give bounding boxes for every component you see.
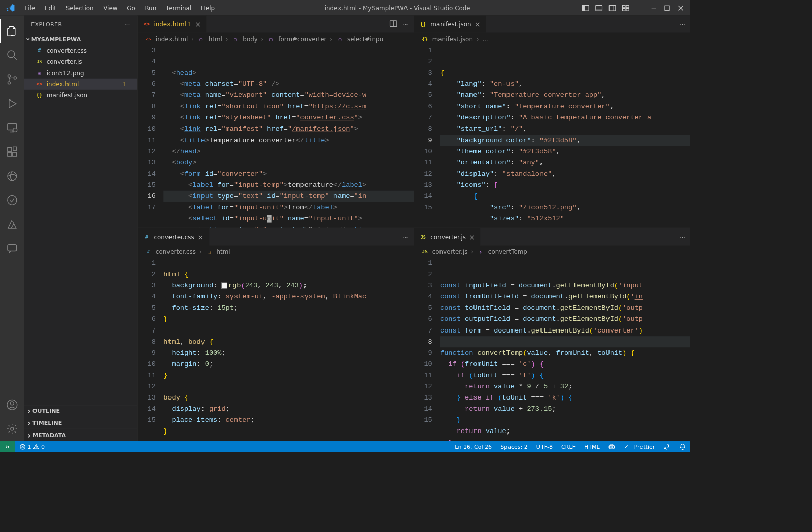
activity-source-control-icon[interactable] (0, 68, 24, 92)
tab-converter-js[interactable]: JS converter.js × (414, 228, 481, 246)
symbol-icon: ⬨ (477, 248, 485, 255)
activity-edge-icon[interactable] (0, 164, 24, 188)
svg-rect-25 (8, 152, 12, 156)
breadcrumb[interactable]: {}manifest.json›... (414, 33, 690, 45)
notifications-icon[interactable] (674, 443, 690, 450)
menu-bar: File Edit Selection View Go Run Terminal… (21, 2, 219, 14)
svg-rect-3 (596, 5, 602, 11)
menu-terminal[interactable]: Terminal (161, 2, 195, 14)
activity-extensions-icon[interactable] (0, 140, 24, 164)
file-item-js[interactable]: JSconverter.js (24, 56, 138, 68)
metadata-panel-header[interactable]: METADATA (24, 429, 138, 441)
layout-sidebar-left-icon[interactable] (582, 4, 589, 11)
more-actions-icon[interactable]: ··· (680, 234, 685, 240)
window-maximize-icon[interactable] (663, 4, 670, 11)
menu-file[interactable]: File (21, 2, 40, 14)
file-item-png[interactable]: ▣icon512.png (24, 68, 138, 79)
svg-rect-26 (13, 152, 17, 156)
activity-settings-icon[interactable] (0, 417, 24, 441)
svg-point-23 (13, 128, 17, 132)
explorer-more-icon[interactable]: ··· (124, 21, 130, 27)
more-actions-icon[interactable]: ··· (403, 234, 409, 240)
editor-pane-1: <> index.html 1 × ··· <>index.html› ▢htm… (137, 16, 414, 228)
tab-bar: # converter.css × ··· (138, 228, 414, 246)
feedback-icon[interactable] (659, 443, 675, 450)
remote-indicator[interactable] (0, 441, 15, 452)
chevron-down-icon (27, 35, 30, 43)
eol-status[interactable]: CRLF (557, 443, 580, 450)
tab-index-html[interactable]: <> index.html 1 × (138, 16, 207, 33)
code-editor[interactable]: 123456789101112131415 const inputField =… (414, 257, 690, 441)
tab-bar: JS converter.js × ··· (414, 228, 690, 246)
symbol-icon: ▢ (231, 35, 239, 43)
svg-point-32 (10, 402, 14, 405)
svg-line-16 (14, 57, 17, 60)
language-status[interactable]: HTML (580, 443, 604, 450)
close-tab-icon[interactable]: × (475, 20, 480, 28)
file-item-html[interactable]: <>index.html1 (24, 79, 138, 90)
activity-azure-icon[interactable] (0, 212, 24, 237)
css-file-icon: # (143, 233, 150, 241)
activity-testing-icon[interactable] (0, 188, 24, 213)
file-item-css[interactable]: #converter.css (24, 45, 138, 56)
menu-selection[interactable]: Selection (61, 2, 98, 14)
code-editor[interactable]: 123456789101112131415 { "lang": "en-us",… (414, 45, 690, 227)
svg-point-29 (8, 195, 17, 205)
breadcrumb[interactable]: JSconverter.js› ⬨convertTemp (414, 246, 690, 258)
cursor-position-status[interactable]: Ln 16, Col 26 (451, 443, 496, 450)
menu-help[interactable]: Help (196, 2, 219, 14)
close-tab-icon[interactable]: × (469, 233, 475, 241)
tab-bar: <> index.html 1 × ··· (138, 16, 414, 33)
activity-chat-icon[interactable] (0, 237, 24, 261)
layout-customize-icon[interactable] (622, 4, 629, 11)
window-title: index.html - MySamplePWA - Visual Studio… (219, 5, 576, 12)
symbol-icon: ▢ (336, 35, 344, 43)
more-actions-icon[interactable]: ··· (403, 21, 409, 27)
symbol-icon: ⬚ (205, 248, 213, 255)
menu-run[interactable]: Run (141, 2, 161, 14)
tab-converter-css[interactable]: # converter.css × (138, 228, 209, 246)
folder-header[interactable]: MYSAMPLEPWA (24, 33, 138, 45)
outline-panel-header[interactable]: OUTLINE (24, 405, 138, 417)
indentation-status[interactable]: Spaces: 2 (496, 443, 532, 450)
file-item-json[interactable]: {}manifest.json (24, 90, 138, 101)
layout-sidebar-right-icon[interactable] (608, 4, 616, 11)
activity-run-debug-icon[interactable] (0, 91, 24, 116)
breadcrumb[interactable]: #converter.css› ⬚html (138, 246, 414, 258)
menu-view[interactable]: View (99, 2, 122, 14)
svg-rect-12 (665, 6, 669, 10)
close-tab-icon[interactable]: × (195, 20, 201, 28)
split-editor-icon[interactable] (389, 20, 397, 29)
activity-remote-explorer-icon[interactable] (0, 116, 24, 140)
problems-status[interactable]: 1 0 (15, 443, 49, 450)
chevron-right-icon (27, 430, 30, 440)
activity-explorer-icon[interactable] (0, 19, 24, 43)
tab-manifest-json[interactable]: {} manifest.json × (414, 16, 486, 33)
window-close-icon[interactable] (677, 4, 684, 11)
code-editor[interactable]: 34567891011121314151617 <head> <meta cha… (138, 45, 414, 227)
svg-point-41 (611, 447, 612, 448)
breadcrumb[interactable]: <>index.html› ▢html› ▢body› ▢form#conver… (138, 33, 414, 45)
json-file-icon: {} (421, 35, 429, 43)
modified-badge: 1 (123, 81, 130, 88)
copilot-status-icon[interactable] (604, 443, 620, 450)
activity-bar (0, 16, 24, 441)
chevron-right-icon (27, 407, 30, 416)
activity-search-icon[interactable] (0, 43, 24, 68)
menu-go[interactable]: Go (123, 2, 140, 14)
line-gutter: 123456789101112131415 (414, 45, 440, 227)
svg-point-17 (8, 75, 10, 77)
timeline-panel-header[interactable]: TIMELINE (24, 417, 138, 429)
activity-account-icon[interactable] (0, 393, 24, 417)
encoding-status[interactable]: UTF-8 (532, 443, 557, 450)
close-tab-icon[interactable]: × (197, 233, 203, 241)
more-actions-icon[interactable]: ··· (680, 21, 685, 27)
menu-edit[interactable]: Edit (40, 2, 60, 14)
svg-point-18 (8, 82, 10, 84)
window-minimize-icon[interactable] (650, 4, 657, 11)
svg-rect-10 (626, 8, 629, 11)
layout-panel-icon[interactable] (595, 4, 602, 11)
code-editor[interactable]: 123456789101112131415 html { background:… (138, 257, 414, 441)
prettier-status[interactable]: ✓ Prettier (620, 443, 659, 450)
color-swatch (221, 283, 227, 289)
